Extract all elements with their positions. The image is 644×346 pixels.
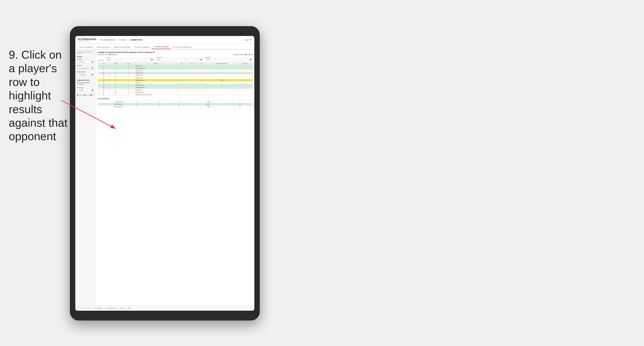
filter-opponent: Opponent (All)	[205, 57, 252, 61]
table-row[interactable]: 522Alexis Sudjianto	[98, 67, 252, 70]
table-cell	[186, 91, 197, 94]
ood-table-row[interactable]: NAIA Division 115009.26730	[98, 103, 252, 106]
toolbar: ↩ ↪ ⇥ ⊡ ↺ View: Original Save Custom Vie…	[75, 306, 254, 311]
table-cell: 3	[122, 70, 135, 72]
table-header-row: # Div # Reg # Conf Opponent Win Loss Tie…	[98, 62, 252, 65]
filter-region-select[interactable]: (All)	[106, 58, 154, 61]
sub-nav-player-h2h-heatmap[interactable]: PLAYER H2H HEATMAP	[171, 46, 194, 49]
table-cell	[122, 77, 135, 79]
table-cell: Emily Chang	[135, 91, 177, 94]
table-cell	[197, 84, 206, 86]
view-original-btn[interactable]: View: Original	[94, 308, 102, 309]
ood-table-cell: 30	[227, 103, 252, 106]
col-tie: Tie	[197, 62, 206, 65]
table-cell: 13	[98, 77, 109, 79]
table-cell: 18	[98, 89, 109, 91]
table-row[interactable]: 31Esther Lee	[98, 65, 252, 67]
table-cell: 2	[122, 89, 135, 91]
table-cell	[206, 82, 237, 84]
grid-table: # Div # Reg # Conf Opponent Win Loss Tie…	[98, 62, 252, 96]
table-cell: 11	[109, 94, 122, 96]
ood-table-cell: 0	[169, 101, 189, 103]
sub-nav-team-h2h-grid[interactable]: TEAM H2H GRID	[95, 46, 112, 49]
table-row[interactable]: 914Sharon Mun	[98, 72, 252, 74]
sub-nav-team-h2h-heatmap[interactable]: TEAM H2H HEATMAP	[112, 46, 132, 49]
table-row[interactable]: 131Heejo Hyun	[98, 77, 252, 79]
table-cell	[177, 89, 186, 91]
nav-items: TOURNAMENTS TEAMS COMMITTEE	[100, 38, 244, 41]
ood-body: Foreign Team1004.5002NAIA Division 11500…	[98, 101, 252, 108]
filter-opponent-select[interactable]: (All)	[205, 58, 252, 61]
nav-committee[interactable]: COMMITTEE	[130, 38, 142, 41]
sub-nav: TEAM SUMMARY TEAM H2H GRID TEAM H2H HEAT…	[75, 44, 254, 49]
col-conf: # Conf	[122, 62, 135, 65]
table-cell	[206, 65, 237, 67]
table-cell: 19	[98, 91, 109, 94]
out-of-division-header: Out of division	[98, 98, 252, 100]
opponent-view-option1[interactable]: Opponents Played	[77, 82, 94, 83]
sidebar-division-select[interactable]: NCAA Division III	[77, 67, 94, 70]
nav-teams[interactable]: TEAMS	[119, 38, 126, 41]
nav-tournaments[interactable]: TOURNAMENTS	[100, 38, 116, 41]
refresh-icon[interactable]: ↺	[88, 307, 90, 309]
table-row[interactable]: 1063Andrea York	[98, 74, 252, 77]
sub-nav-team-summary[interactable]: TEAM SUMMARY	[78, 46, 95, 49]
table-row[interactable]: 613Sydney Kuo	[98, 70, 252, 72]
table-cell: 6	[122, 91, 135, 94]
table-row[interactable]: 131Jessica Huang010-3.002	[98, 79, 252, 82]
share-btn[interactable]: Share	[128, 308, 131, 309]
table-row[interactable]: 1585Stella Cheng	[98, 84, 252, 86]
table-cell: 1	[109, 70, 122, 72]
save-custom-view-btn[interactable]: Save Custom View	[106, 308, 116, 309]
table-cell	[197, 82, 206, 84]
table-cell	[177, 72, 186, 74]
sub-nav-player-summary[interactable]: PLAYER SUMMARY	[132, 46, 152, 49]
sidebar-player-rank-select[interactable]: 8. Katelyn Vo	[77, 73, 94, 76]
sub-nav-player-h2h-grid[interactable]: PLAYER H2H GRID	[152, 46, 171, 49]
table-row[interactable]: 20117Federica Domecq Lacroze	[98, 94, 252, 96]
division-record: Division Record: 331 - 34 - 6	[233, 54, 252, 55]
table-row[interactable]: 1691Jessica Mason	[98, 86, 252, 89]
table-cell	[177, 67, 186, 70]
opponent-view: Opponent view Opponents Played Top 100	[77, 79, 94, 85]
filters-row: Opponents: Region (All) Conference (All)	[98, 57, 252, 61]
out-of-division-table: Foreign Team1004.5002NAIA Division 11500…	[98, 101, 252, 108]
col-win: Win	[177, 62, 186, 65]
ood-table-row[interactable]: Foreign Team1004.5002	[98, 101, 252, 103]
table-cell	[238, 70, 252, 72]
table-cell	[186, 70, 197, 72]
radio-filled	[77, 82, 78, 83]
forward-icon[interactable]: ⇥	[83, 307, 84, 309]
table-cell: Jessica Mason	[135, 86, 177, 89]
col-loss: Loss	[186, 62, 197, 65]
opponent-view-option2[interactable]: Top 100	[77, 84, 94, 85]
table-row[interactable]: 1822Euna Lee	[98, 89, 252, 91]
table-cell: 0	[197, 79, 206, 82]
undo-icon[interactable]: ↩	[77, 307, 78, 309]
table-cell: Sydney Kuo	[135, 70, 177, 72]
toolbar-sep2	[104, 307, 104, 310]
table-cell	[206, 67, 237, 70]
filter-conference-select[interactable]: (All)	[156, 58, 203, 61]
watch-btn[interactable]: Watch	[120, 308, 124, 309]
redo-icon[interactable]: ↪	[80, 307, 82, 309]
crop-icon[interactable]: ⊡	[86, 307, 87, 309]
sidebar-gender-select[interactable]: Women's	[77, 60, 94, 63]
table-row[interactable]: 19106Emily Chang	[98, 91, 252, 94]
table-cell: 14	[98, 82, 109, 84]
colour-by-select[interactable]: Win/loss	[77, 89, 94, 92]
table-cell: 4	[122, 82, 135, 84]
tablet-screen: SCOREBOARD Powered by clippd TOURNAMENTS…	[75, 36, 254, 311]
table-cell: 5	[122, 84, 135, 86]
table-cell	[186, 89, 197, 91]
ood-table-cell: 9.267	[189, 103, 227, 106]
ood-table-cell: 0	[149, 106, 169, 108]
table-cell: 4	[122, 72, 135, 74]
legend: Down Level Up	[77, 94, 94, 96]
table-cell: 2	[109, 67, 122, 70]
table-row[interactable]: 1474Eunice Yi	[98, 82, 252, 84]
table-cell	[197, 65, 206, 67]
sign-out-link[interactable]: Sign out	[245, 39, 252, 41]
table-cell: 1	[122, 86, 135, 89]
ood-table-row[interactable]: NCAA Division 25007.40010	[98, 106, 252, 108]
